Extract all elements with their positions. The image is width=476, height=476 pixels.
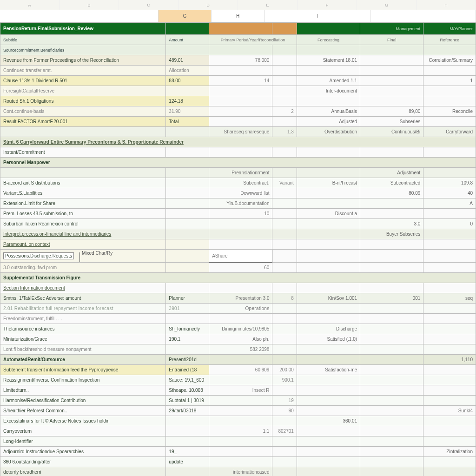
cell[interactable] bbox=[423, 334, 476, 344]
cell[interactable] bbox=[360, 406, 423, 416]
cell[interactable]: detorrly breadherri bbox=[0, 467, 166, 476]
table-row[interactable]: Routed Sh.1 Obligations124.18 bbox=[0, 96, 476, 106]
cell[interactable]: Freedominstrument, fulfil . . . bbox=[0, 314, 166, 324]
cell[interactable] bbox=[297, 396, 360, 406]
cell[interactable]: Reconcile bbox=[423, 106, 476, 117]
cell[interactable]: Yln.B.documentation bbox=[209, 198, 272, 209]
table-row[interactable]: Suburban Taken Reannexion control3.00 bbox=[0, 219, 476, 229]
cell[interactable] bbox=[360, 467, 423, 476]
table-row[interactable]: Limitedturn..Sthoape. 10.003Insect R bbox=[0, 385, 476, 396]
cell[interactable] bbox=[423, 283, 476, 293]
cell[interactable] bbox=[209, 66, 272, 76]
cell[interactable] bbox=[166, 127, 209, 137]
cell[interactable] bbox=[423, 147, 476, 158]
cell[interactable] bbox=[360, 436, 423, 447]
cell[interactable]: 109.8 bbox=[423, 178, 476, 188]
cell[interactable]: Suburban Taken Reannexion control bbox=[0, 219, 166, 229]
cell[interactable]: 489.01 bbox=[166, 55, 209, 66]
cell[interactable]: Present/201d bbox=[166, 355, 209, 365]
cell[interactable] bbox=[166, 198, 209, 209]
cell[interactable]: Miniaturization/Grace bbox=[0, 334, 166, 344]
cell[interactable] bbox=[297, 447, 360, 457]
cell[interactable]: 80.09 bbox=[360, 188, 423, 198]
cell[interactable] bbox=[272, 147, 297, 158]
cell[interactable]: Shareseq shareseque bbox=[209, 127, 272, 137]
cell[interactable]: 001 bbox=[360, 293, 423, 304]
cell[interactable]: 190.1 bbox=[166, 334, 209, 344]
table-row[interactable]: Adjournird Instructiondue Spoararchies19… bbox=[0, 447, 476, 457]
cell[interactable]: Diningminutes/10,9805 bbox=[209, 324, 272, 334]
col-letter[interactable]: G bbox=[159, 10, 212, 22]
cell[interactable]: 124.18 bbox=[166, 96, 209, 106]
cell[interactable]: update bbox=[166, 457, 209, 467]
cell[interactable]: Subcontracted bbox=[360, 178, 423, 188]
cell[interactable]: 900.1 bbox=[272, 375, 297, 385]
cell[interactable] bbox=[272, 447, 297, 457]
cell[interactable] bbox=[297, 96, 360, 106]
table-row[interactable]: B-accord ant S distributionsSubcontract.… bbox=[0, 178, 476, 188]
cell[interactable] bbox=[0, 127, 166, 137]
col-head[interactable]: C bbox=[119, 0, 178, 10]
cell[interactable]: Lont.fl backthreshold treasure nonpaymen… bbox=[0, 344, 166, 355]
table-row[interactable]: Excesstulinars for It © Adverse Noties I… bbox=[0, 416, 476, 426]
cell[interactable]: 200.00 bbox=[272, 365, 297, 375]
cell[interactable] bbox=[297, 147, 360, 158]
cell[interactable] bbox=[360, 324, 423, 334]
cell[interactable] bbox=[360, 198, 423, 209]
cell[interactable] bbox=[423, 365, 476, 375]
cell[interactable] bbox=[272, 219, 297, 229]
cell[interactable]: Long-Identifier bbox=[0, 436, 166, 447]
cell[interactable] bbox=[209, 436, 272, 447]
cell[interactable]: interimationcased bbox=[209, 467, 272, 476]
cell[interactable] bbox=[166, 416, 209, 426]
cell[interactable] bbox=[423, 426, 476, 436]
cell[interactable] bbox=[297, 457, 360, 467]
cell[interactable]: Variant.S.Liabilities bbox=[0, 188, 166, 198]
cell[interactable] bbox=[360, 375, 423, 385]
cell[interactable] bbox=[297, 426, 360, 436]
cell[interactable] bbox=[423, 344, 476, 355]
cell[interactable]: 19 bbox=[272, 396, 297, 406]
cell[interactable]: Also ph. bbox=[209, 334, 272, 344]
cell[interactable]: 19_ bbox=[166, 447, 209, 457]
cell[interactable] bbox=[360, 344, 423, 355]
table-row[interactable]: AutomatedRemit/OutsourcePresent/201d1,11… bbox=[0, 355, 476, 365]
cell[interactable]: Insect R bbox=[209, 385, 272, 396]
cell[interactable] bbox=[166, 209, 209, 219]
cell[interactable]: 89,00 bbox=[360, 106, 423, 117]
cell[interactable]: 10 bbox=[209, 209, 272, 219]
col-letter[interactable]: I bbox=[264, 10, 370, 22]
cell[interactable] bbox=[272, 457, 297, 467]
table-row[interactable]: Sourcecommitment Beneficiaries bbox=[0, 45, 476, 55]
cell[interactable]: B-nl/f recast bbox=[297, 178, 360, 188]
cell[interactable]: Smtns. 1/Tat/lExSec Adverse: amount bbox=[0, 293, 166, 304]
col-head[interactable]: H bbox=[416, 0, 476, 10]
cell[interactable] bbox=[360, 66, 423, 76]
cell[interactable]: Clause 113/s 1 Dividend R 501 bbox=[0, 76, 166, 86]
cell[interactable] bbox=[423, 117, 476, 127]
cell[interactable] bbox=[297, 283, 360, 293]
cell[interactable]: Prem. Losses 48.5 submission, to bbox=[0, 209, 166, 219]
cell[interactable] bbox=[272, 344, 297, 355]
cell[interactable] bbox=[166, 168, 209, 178]
cell[interactable] bbox=[360, 426, 423, 436]
cell[interactable]: 29/tart/03018 bbox=[166, 406, 209, 416]
cell[interactable] bbox=[423, 324, 476, 334]
cell[interactable] bbox=[360, 304, 423, 314]
cell[interactable]: 0 bbox=[423, 219, 476, 229]
cell[interactable] bbox=[209, 447, 272, 457]
cell[interactable] bbox=[423, 396, 476, 406]
table-row[interactable]: Revenue from Former Proceedings of the R… bbox=[0, 55, 476, 66]
cell[interactable] bbox=[360, 416, 423, 426]
table-row[interactable]: Section Information document bbox=[0, 283, 476, 293]
cell[interactable]: Reassignment/Inverse Confirmation Inspec… bbox=[0, 375, 166, 385]
cell[interactable] bbox=[209, 283, 272, 293]
table-row[interactable]: Subtenemt transient information feed the… bbox=[0, 365, 476, 375]
table-row[interactable]: ForesightCapitalReserveInter-document bbox=[0, 86, 476, 96]
cell[interactable] bbox=[360, 76, 423, 86]
cell[interactable]: Carryforward bbox=[423, 127, 476, 137]
cell[interactable] bbox=[297, 45, 360, 55]
cell[interactable] bbox=[272, 385, 297, 396]
cell[interactable] bbox=[297, 304, 360, 314]
table-row[interactable]: Lont.fl backthreshold treasure nonpaymen… bbox=[0, 344, 476, 355]
